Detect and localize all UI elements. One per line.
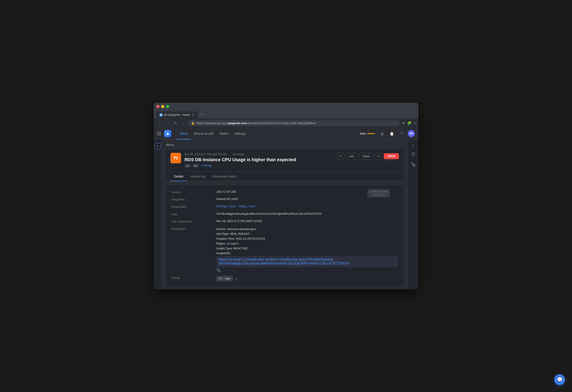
priority-chip: P2 - High (216, 276, 233, 281)
responders-label: Responders (171, 204, 211, 208)
bookmark-icon[interactable]: ☆ (395, 122, 397, 125)
percent-label: 83% (360, 132, 366, 135)
last-updated-label: Last Updated At (171, 219, 211, 223)
sidebar-toggle: » (154, 140, 162, 289)
detail-panel: ELAPSED TIME 0h 0m 17s Source 184.72.207 (166, 186, 403, 286)
alias-value: AlYH6JxdbgkcG0xJmypiL4MAAAAAAAAAL0SLEjkx… (216, 212, 398, 215)
tab-title: #6 Opsgenie - Alerts (164, 113, 190, 116)
reload-button[interactable]: ↻ (172, 120, 178, 126)
app-logo: ◆ (164, 130, 171, 137)
minimize-window-button[interactable] (161, 105, 164, 108)
avatar[interactable]: PR (408, 130, 415, 137)
clipboard-icon[interactable]: 📋 (388, 130, 395, 137)
alert-separator: · (229, 153, 230, 156)
alert-timestamp: Nov 28, 2022 8:17 PM (GMT-03:00) (185, 153, 227, 156)
detail-tabs: Details Activity log Responder states (166, 172, 403, 181)
percent-fill (367, 133, 374, 134)
more-options-button[interactable]: ••• (375, 153, 382, 160)
description-content: Source: mysource.devops-guru AlertType: … (216, 227, 398, 272)
tag-x1: x1 (185, 164, 191, 168)
address-bar-row: ← → ↻ ⌂ 🔒 https://aiopsdevops.app.opsgen… (154, 118, 418, 128)
more-button[interactable]: ≡ (414, 121, 416, 125)
refresh-button[interactable]: ↻ (337, 153, 344, 160)
attachment-icon[interactable]: 📎 (216, 268, 398, 272)
extensions-icon[interactable]: 🧩 (407, 121, 412, 125)
responder-separator: , (237, 204, 238, 209)
alert-header: ‹ P2 Nov 28, 2022 8:17 PM (GMT-03:00) · … (166, 149, 403, 171)
tab-responder-states[interactable]: Responder states (209, 172, 240, 181)
app-navbar: ◆ Alerts Who is on-call Teams Settings 8… (154, 128, 418, 140)
responder-dbaops[interactable]: DBAOps_Team (216, 204, 236, 209)
tab-details[interactable]: Details (171, 172, 187, 181)
address-text: https://aiopsdevops.app.opsgenie.com/ale… (196, 122, 393, 125)
description-url[interactable]: https://us-east-1.console.aws.amazon.com… (219, 257, 349, 265)
alias-label: Alias (171, 212, 211, 216)
breadcrumb: Alerts (166, 143, 403, 147)
right-panel: » ☰ 📎 (408, 140, 418, 289)
back-button[interactable]: ← (156, 120, 162, 126)
alert-title: RDS DB Instance CPU Usage is higher than… (185, 157, 334, 162)
nav-links: Alerts Who is on-call Teams Settings (177, 128, 360, 139)
last-updated-value: Nov 28, 2022 8:17 PM (GMT-03:00) (216, 219, 398, 223)
alert-meta: Nov 28, 2022 8:17 PM (GMT-03:00) · No Ow… (185, 153, 334, 156)
content-area: Alerts ‹ P2 Nov 28, 2022 8:17 PM (GMT-03… (162, 140, 408, 289)
right-panel-list-icon[interactable]: ☰ (410, 151, 417, 158)
description-link-container: https://us-east-1.console.aws.amazon.com… (216, 256, 398, 267)
nav-right: 83% ◎ 📋 ? PR (360, 130, 415, 137)
priority-value-row: P2 - High ✏ (216, 276, 398, 281)
alert-nav-right-button[interactable]: › (387, 157, 392, 163)
right-panel-attachment-icon[interactable]: 📎 (410, 161, 417, 168)
add-tag-button[interactable]: + Add tag (200, 164, 212, 168)
tags-row: x1 #6 + Add tag (185, 164, 334, 168)
source-label: Source (171, 190, 211, 194)
browser-toolbar: ⬇ 🧩 ≡ (402, 121, 416, 125)
description-label: Description (171, 227, 211, 230)
integration-value: Default API (API) (216, 197, 398, 201)
forward-button[interactable]: → (164, 120, 171, 126)
download-icon[interactable]: ⬇ (402, 121, 405, 125)
percent-bar (367, 133, 376, 134)
tab-close-button[interactable]: ✕ (191, 113, 195, 117)
alert-owner: No Owner (233, 153, 245, 156)
nav-settings[interactable]: Settings (232, 128, 249, 139)
address-bar[interactable]: 🔒 https://aiopsdevops.app.opsgenie.com/a… (188, 120, 400, 126)
tab-activity-log[interactable]: Activity log (187, 172, 209, 181)
close-window-button[interactable] (156, 105, 159, 108)
close-button[interactable]: Close (359, 153, 373, 159)
integration-label: Integration (171, 197, 211, 201)
main-content: » Alerts ‹ P2 Nov 28, 2022 8:17 PM (GMT-… (154, 140, 418, 289)
apps-grid-icon[interactable] (157, 132, 161, 135)
description-text: Source: mysource.devops-guru AlertType: … (216, 227, 398, 256)
tag-number: #6 (192, 164, 199, 168)
alert-nav-left-button[interactable]: ‹ (168, 157, 173, 163)
browser-window: ◆ #6 Opsgenie - Alerts ✕ + ← → ↻ ⌂ 🔒 htt… (154, 103, 418, 289)
elapsed-label: ELAPSED TIME (370, 190, 387, 193)
alert-info: Nov 28, 2022 8:17 PM (GMT-03:00) · No Ow… (185, 153, 334, 168)
priority-edit-icon[interactable]: ✏ (235, 277, 238, 281)
home-button[interactable]: ⌂ (180, 120, 186, 126)
tab-bar: ◆ #6 Opsgenie - Alerts ✕ + (156, 110, 416, 118)
browser-tab[interactable]: ◆ #6 Opsgenie - Alerts ✕ (156, 111, 198, 118)
collapse-right-panel-button[interactable]: » (412, 143, 414, 147)
traffic-lights (156, 105, 416, 108)
ack-button[interactable]: Ack (346, 153, 357, 159)
help-icon[interactable]: ? (398, 130, 405, 137)
nav-teams[interactable]: Teams (216, 128, 232, 139)
elapsed-time-value: 0h 0m 17s (370, 193, 387, 196)
detail-grid: Source 184.72.207.235 Integration Defaul… (171, 190, 398, 282)
progress-indicator: 83% (360, 132, 376, 135)
compass-icon[interactable]: ◎ (379, 130, 386, 137)
sidebar-expand-button[interactable]: » (155, 143, 161, 149)
priority-label: Priority (171, 276, 211, 280)
nav-who-is-oncall[interactable]: Who is on-call (191, 128, 216, 139)
nav-alerts[interactable]: Alerts (177, 128, 191, 139)
maximize-window-button[interactable] (166, 105, 169, 108)
browser-chrome: ◆ #6 Opsgenie - Alerts ✕ + (154, 103, 418, 118)
security-icon: 🔒 (191, 122, 195, 125)
responder-aiops[interactable]: AIOps_Team (239, 204, 255, 209)
responders-value: DBAOps_Team , AIOps_Team (216, 204, 398, 209)
tab-favicon: ◆ (159, 113, 162, 116)
chat-fab-button[interactable]: 💬 (554, 374, 565, 385)
new-tab-button[interactable]: + (199, 110, 206, 118)
detail-section: Details Activity log Responder states EL… (166, 172, 403, 286)
